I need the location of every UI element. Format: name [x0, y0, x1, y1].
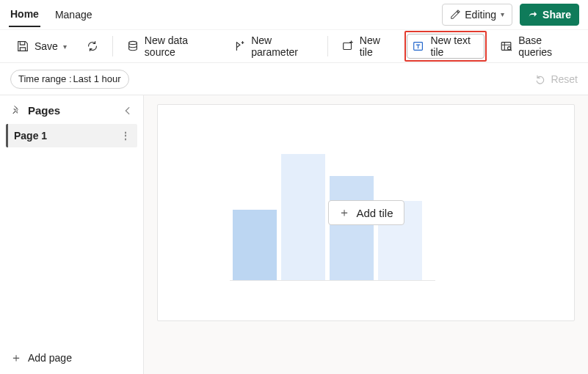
- time-range-bar: Time range : Last 1 hour Reset: [0, 63, 588, 95]
- toolbar-divider: [327, 36, 328, 56]
- text-tile-icon: [412, 40, 425, 53]
- database-icon: [126, 40, 139, 53]
- share-icon: [528, 10, 538, 20]
- chevron-down-icon: ▾: [63, 43, 67, 51]
- editing-mode-label: Editing: [465, 9, 496, 21]
- plus-icon: ＋: [10, 352, 22, 364]
- new-text-tile-highlight: New text tile: [404, 31, 487, 62]
- svg-rect-1: [343, 43, 351, 50]
- pages-title: Pages: [28, 104, 60, 117]
- add-page-button[interactable]: ＋ Add page: [6, 346, 137, 370]
- toolbar-divider: [112, 36, 113, 56]
- pencil-icon: [450, 10, 460, 20]
- parameter-icon: [233, 40, 246, 53]
- new-text-tile-button[interactable]: New text tile: [407, 34, 484, 59]
- editing-mode-dropdown[interactable]: Editing ▾: [442, 4, 512, 26]
- refresh-icon: [86, 40, 99, 53]
- dashboard-canvas[interactable]: ＋ Add tile: [157, 104, 575, 321]
- svg-rect-3: [501, 43, 511, 51]
- base-queries-label: Base queries: [518, 34, 572, 58]
- time-range-label: Time range :: [18, 73, 72, 84]
- placeholder-bar: [233, 210, 277, 280]
- new-data-source-label: New data source: [145, 34, 214, 58]
- save-icon: [16, 40, 29, 53]
- page-item-label: Page 1: [14, 130, 47, 142]
- undo-icon: [534, 73, 546, 85]
- canvas-area: ＋ Add tile: [144, 95, 588, 374]
- home-toolbar: Save ▾ New data source New parameter New…: [0, 29, 588, 63]
- add-page-label: Add page: [28, 352, 72, 364]
- reset-button[interactable]: Reset: [534, 73, 578, 85]
- share-button[interactable]: Share: [520, 4, 579, 26]
- placeholder-bar: [281, 154, 325, 280]
- more-icon[interactable]: ⋮: [120, 130, 131, 142]
- chevron-left-icon[interactable]: [123, 106, 133, 116]
- add-tile-button[interactable]: ＋ Add tile: [327, 200, 404, 225]
- svg-point-4: [508, 47, 511, 50]
- plus-icon: ＋: [338, 207, 350, 219]
- placeholder-bar: [330, 176, 374, 280]
- new-tile-button[interactable]: New tile: [335, 34, 398, 59]
- add-tile-label: Add tile: [356, 207, 393, 219]
- tab-home[interactable]: Home: [9, 2, 40, 27]
- time-range-value: Last 1 hour: [73, 73, 121, 84]
- save-split-button[interactable]: Save ▾: [10, 34, 73, 59]
- pin-icon: [10, 105, 22, 117]
- reset-label: Reset: [551, 73, 578, 85]
- new-tile-label: New tile: [360, 34, 392, 58]
- app-tabs-row: Home Manage Editing ▾ Share: [0, 0, 588, 29]
- page-item[interactable]: Page 1 ⋮: [6, 124, 137, 147]
- pages-sidebar: Pages Page 1 ⋮ ＋ Add page: [0, 95, 144, 374]
- top-right-actions: Editing ▾ Share: [442, 4, 579, 26]
- refresh-button[interactable]: [80, 34, 105, 59]
- tab-strip: Home Manage: [9, 0, 94, 29]
- tile-icon: [341, 40, 355, 53]
- main-split: Pages Page 1 ⋮ ＋ Add page ＋ Add tile: [0, 95, 588, 374]
- pages-header: Pages: [6, 101, 137, 124]
- new-data-source-button[interactable]: New data source: [120, 34, 219, 59]
- svg-point-0: [128, 41, 137, 44]
- tab-manage[interactable]: Manage: [54, 3, 94, 26]
- new-parameter-button[interactable]: New parameter: [227, 34, 320, 59]
- time-range-pill[interactable]: Time range : Last 1 hour: [10, 70, 129, 89]
- share-label: Share: [542, 9, 571, 21]
- base-queries-button[interactable]: Base queries: [494, 34, 578, 59]
- chevron-down-icon: ▾: [501, 10, 504, 18]
- new-parameter-label: New parameter: [251, 34, 314, 58]
- new-text-tile-label: New text tile: [430, 34, 479, 58]
- base-queries-icon: [500, 40, 513, 53]
- save-label: Save: [35, 40, 58, 52]
